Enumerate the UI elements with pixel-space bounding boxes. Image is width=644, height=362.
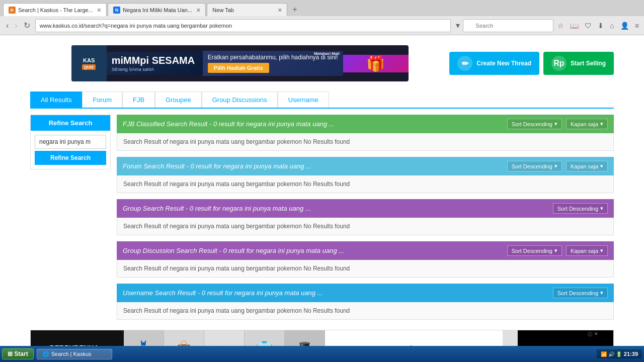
home-icon[interactable]: ⌂ [608, 21, 616, 31]
forum-result-header: Forum Search Result - 0 result for negar… [117, 157, 614, 175]
results-column: FJB Classified Search Result - 0 result … [117, 115, 614, 326]
username-title-query: - 0 result for negara ini punya mata uan… [198, 289, 323, 297]
group-result-controls: Sort Descending ▾ [553, 203, 608, 214]
banner-tagline: SEneng SAma saMA [112, 67, 198, 72]
fjb-result-header: FJB Classified Search Result - 0 result … [117, 115, 614, 133]
taskbar-time: 21:39 [624, 351, 638, 357]
fjb-kapan-button[interactable]: Kapan saja ▾ [566, 119, 608, 129]
tab-username[interactable]: Username [278, 92, 329, 108]
banner: KAS QUIZ miMMpi SESAMA SEneng SAma saMA … [71, 45, 409, 81]
group-result-header: Group Search Result - 0 result for negar… [117, 199, 614, 218]
username-sort-button[interactable]: Sort Descending ▾ [553, 288, 608, 298]
forward-button[interactable]: › [12, 20, 20, 31]
new-tab-button[interactable]: + [288, 3, 301, 16]
fjb-title-query: - 0 result for negara ini punya mata uan… [209, 120, 335, 128]
nav-bar: ‹ › ↻ ▾ 🔍 ☆ 📖 🛡 ⬇ ⌂ 👤 ≡ [0, 16, 644, 35]
banner-brand: miMMpi SESAMA [112, 55, 198, 66]
taskbar-browser-label: Search | Kaskus [51, 351, 92, 357]
fjb-result-title: FJB Classified Search Result - 0 result … [123, 120, 335, 128]
username-result-section: Username Search Result - 0 result for ne… [117, 284, 614, 320]
group-disc-title-query: - 0 result for negara ini punya mata uan… [219, 247, 344, 254]
page-container: KAS QUIZ miMMpi SESAMA SEneng SAma saMA … [0, 35, 644, 362]
tab-article[interactable]: N Negara Ini Miliki Mata Uan... × [108, 3, 206, 16]
system-tray: 📶 🔊 🔋 21:39 [597, 349, 642, 358]
start-button[interactable]: ⊞ Start [2, 348, 34, 359]
fjb-sort-button[interactable]: Sort Descending ▾ [507, 119, 562, 129]
gift-illustration: 🎁 [366, 55, 385, 72]
forum-kapan-button[interactable]: Kapan saja ▾ [566, 161, 608, 171]
back-button[interactable]: ‹ [3, 20, 12, 31]
dropdown-button[interactable]: ▾ [453, 20, 463, 31]
search-tabs-row: All Results Forum FJB Groupee Group Disc… [30, 92, 614, 109]
refine-search-input[interactable] [35, 135, 106, 149]
search-layout: Refine Search Refine Search FJB Classif [30, 115, 614, 326]
address-bar[interactable] [35, 19, 451, 32]
download-icon[interactable]: ⬇ [596, 21, 606, 31]
tab-groupee[interactable]: Groupee [155, 92, 202, 108]
group-title-query: - 0 result for negara ini punya mata uan… [186, 205, 311, 212]
refine-search-panel: Refine Search Refine Search [30, 115, 111, 326]
username-result-body: Search Result of negara ini punya mata u… [117, 302, 614, 320]
tab-all-results[interactable]: All Results [30, 92, 82, 108]
username-result-header: Username Search Result - 0 result for ne… [117, 284, 614, 302]
tab-search-kaskus[interactable]: K Search | Kaskus - The Large... × [3, 3, 107, 16]
refine-content: Refine Search [31, 131, 110, 169]
group-discussion-result-header: Group Discussion Search Result - 0 resul… [117, 241, 614, 260]
refine-search-button[interactable]: Refine Search [35, 151, 106, 165]
menu-icon[interactable]: ≡ [633, 21, 641, 31]
ad-controls: ⓘ ✕ [588, 331, 598, 338]
sell-icon: Rp [551, 56, 567, 71]
kas-logo: KAS QUIZ [82, 57, 96, 70]
refine-box: Refine Search Refine Search [30, 115, 111, 169]
username-title-bold: Username Search Result [123, 289, 196, 297]
tab-close-kaskus[interactable]: × [97, 6, 101, 14]
group-discussion-result-title: Group Discussion Search Result - 0 resul… [123, 247, 344, 254]
tab-bar: K Search | Kaskus - The Large... × N Neg… [0, 0, 644, 16]
tab-newtab-label: New Tab [212, 7, 274, 13]
ad-close-icon[interactable]: ✕ [594, 331, 598, 338]
nav-icons: ☆ 📖 🛡 ⬇ ⌂ 👤 ≡ [555, 21, 641, 31]
forum-result-title: Forum Search Result - 0 result for negar… [123, 162, 311, 170]
group-discussion-sort-button[interactable]: Sort Descending ▾ [507, 245, 562, 256]
forum-result-controls: Sort Descending ▾ Kapan saja ▾ [507, 161, 608, 171]
banner-logo-area: KAS QUIZ [71, 45, 107, 81]
main-content: All Results Forum FJB Groupee Group Disc… [0, 92, 644, 326]
tab-close-newtab[interactable]: × [278, 6, 282, 14]
article-favicon: N [113, 7, 120, 14]
create-thread-button[interactable]: ✏ Create New Thread [449, 52, 539, 75]
kaskus-favicon: K [9, 7, 16, 14]
browser-search-input[interactable] [463, 19, 553, 32]
taskbar: ⊞ Start 🌐 Search | Kaskus 📶 🔊 🔋 21:39 [0, 346, 644, 362]
banner-cta-button[interactable]: Pilih Hadiah Gratis [208, 63, 269, 73]
tab-newtab[interactable]: New Tab × [207, 3, 287, 16]
taskbar-browser[interactable]: 🌐 Search | Kaskus [37, 349, 112, 359]
tab-close-article[interactable]: × [196, 6, 200, 14]
tab-search-kaskus-label: Search | Kaskus - The Large... [18, 7, 93, 13]
tab-fjb[interactable]: FJB [122, 92, 155, 108]
forum-sort-button[interactable]: Sort Descending ▾ [507, 161, 562, 171]
refine-header: Refine Search [31, 115, 110, 131]
group-discussion-result-body: Search Result of negara ini punya mata u… [117, 260, 614, 278]
group-title-bold: Group Search Result [123, 205, 184, 212]
ad-info-icon[interactable]: ⓘ [588, 331, 592, 338]
group-disc-title-bold: Group Discussion Search Result [123, 247, 217, 254]
tab-article-label: Negara Ini Miliki Mata Uan... [123, 7, 192, 13]
action-buttons: ✏ Create New Thread Rp Start Selling [449, 52, 614, 75]
group-result-body: Search Result of negara ini punya mata u… [117, 218, 614, 235]
reader-icon[interactable]: 🛡 [583, 21, 594, 31]
username-result-title: Username Search Result - 0 result for ne… [123, 289, 323, 297]
group-discussion-result-section: Group Discussion Search Result - 0 resul… [117, 241, 614, 278]
tab-group-discussions[interactable]: Group Discussions [202, 92, 278, 108]
forum-result-section: Forum Search Result - 0 result for negar… [117, 157, 614, 193]
user-icon[interactable]: 👤 [618, 21, 631, 31]
group-sort-button[interactable]: Sort Descending ▾ [553, 203, 608, 214]
fjb-result-section: FJB Classified Search Result - 0 result … [117, 115, 614, 151]
bookmark-star-icon[interactable]: ☆ [555, 21, 566, 31]
group-discussion-kapan-button[interactable]: Kapan saja ▾ [566, 245, 608, 256]
refresh-button[interactable]: ↻ [21, 20, 33, 31]
tab-forum[interactable]: Forum [82, 92, 122, 108]
group-result-section: Group Search Result - 0 result for negar… [117, 199, 614, 235]
start-selling-button[interactable]: Rp Start Selling [543, 52, 614, 75]
reading-mode-icon[interactable]: 📖 [568, 21, 581, 31]
forum-title-query: - 0 result for negara ini punya mata uan… [186, 162, 311, 170]
